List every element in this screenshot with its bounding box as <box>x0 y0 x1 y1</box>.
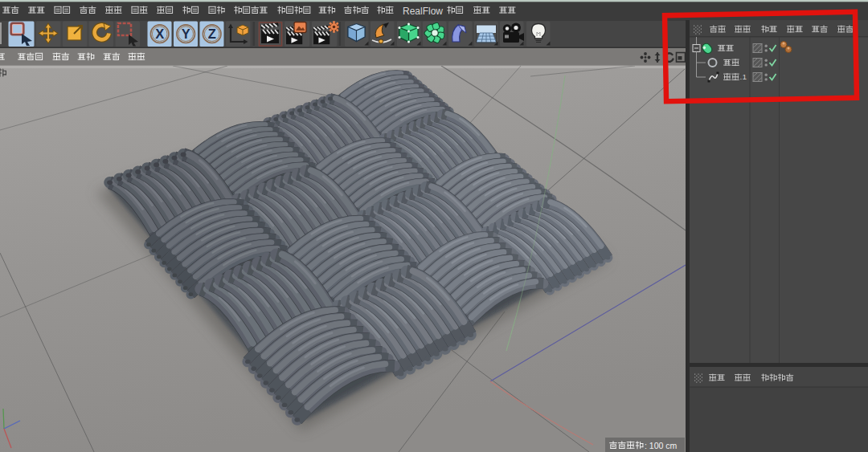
svg-text:RealFlow: RealFlow <box>403 6 443 17</box>
svg-text:Z: Z <box>208 26 216 41</box>
svg-text:Y: Y <box>182 26 190 41</box>
svg-text:X: X <box>155 26 164 41</box>
svg-text:1: 1 <box>742 72 747 81</box>
svg-text:: 100 cm: : 100 cm <box>645 441 678 450</box>
